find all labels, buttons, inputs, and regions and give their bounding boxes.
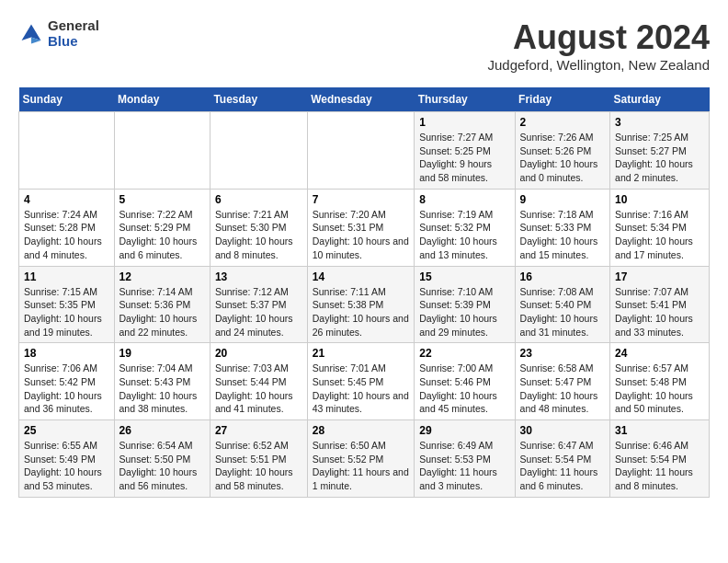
day-cell: 28Sunrise: 6:50 AMSunset: 5:52 PMDayligh… xyxy=(307,420,415,498)
day-cell xyxy=(19,112,115,190)
day-number: 10 xyxy=(615,193,704,206)
day-cell xyxy=(114,112,210,190)
header-day-thursday: Thursday xyxy=(415,87,515,112)
week-row-4: 18Sunrise: 7:06 AMSunset: 5:42 PMDayligh… xyxy=(19,343,710,420)
subtitle: Judgeford, Wellington, New Zealand xyxy=(487,57,710,73)
header-day-tuesday: Tuesday xyxy=(210,87,307,112)
day-cell: 7Sunrise: 7:20 AMSunset: 5:31 PMDaylight… xyxy=(307,189,415,266)
day-cell: 3Sunrise: 7:25 AMSunset: 5:27 PMDaylight… xyxy=(610,112,710,190)
header-day-friday: Friday xyxy=(515,87,610,112)
day-info: Sunrise: 7:20 AMSunset: 5:31 PMDaylight:… xyxy=(313,208,410,262)
day-info: Sunrise: 7:15 AMSunset: 5:35 PMDaylight:… xyxy=(24,285,109,339)
day-info: Sunrise: 7:11 AMSunset: 5:38 PMDaylight:… xyxy=(313,285,410,339)
day-info: Sunrise: 6:52 AMSunset: 5:51 PMDaylight:… xyxy=(215,439,302,493)
week-row-5: 25Sunrise: 6:55 AMSunset: 5:49 PMDayligh… xyxy=(19,420,710,498)
day-cell: 22Sunrise: 7:00 AMSunset: 5:46 PMDayligh… xyxy=(415,343,515,420)
main-title: August 2024 xyxy=(487,18,710,57)
day-info: Sunrise: 7:06 AMSunset: 5:42 PMDaylight:… xyxy=(24,362,109,416)
header-day-wednesday: Wednesday xyxy=(307,87,415,112)
day-info: Sunrise: 7:04 AMSunset: 5:43 PMDaylight:… xyxy=(119,362,205,416)
day-number: 23 xyxy=(520,347,606,360)
day-cell: 5Sunrise: 7:22 AMSunset: 5:29 PMDaylight… xyxy=(114,189,210,266)
day-number: 19 xyxy=(119,347,205,360)
day-number: 5 xyxy=(119,193,205,206)
day-cell: 25Sunrise: 6:55 AMSunset: 5:49 PMDayligh… xyxy=(19,420,115,498)
header-day-monday: Monday xyxy=(114,87,210,112)
day-info: Sunrise: 7:21 AMSunset: 5:30 PMDaylight:… xyxy=(215,208,302,262)
day-number: 8 xyxy=(419,193,509,206)
day-info: Sunrise: 7:19 AMSunset: 5:32 PMDaylight:… xyxy=(419,208,509,262)
day-info: Sunrise: 7:14 AMSunset: 5:36 PMDaylight:… xyxy=(119,285,205,339)
day-number: 21 xyxy=(313,347,410,360)
day-info: Sunrise: 7:03 AMSunset: 5:44 PMDaylight:… xyxy=(215,362,302,416)
day-cell: 1Sunrise: 7:27 AMSunset: 5:25 PMDaylight… xyxy=(415,112,515,190)
day-number: 16 xyxy=(520,270,606,283)
calendar-table: SundayMondayTuesdayWednesdayThursdayFrid… xyxy=(18,87,710,498)
day-number: 29 xyxy=(419,424,509,437)
day-number: 4 xyxy=(24,193,109,206)
day-number: 6 xyxy=(215,193,302,206)
day-cell: 2Sunrise: 7:26 AMSunset: 5:26 PMDaylight… xyxy=(515,112,610,190)
day-number: 30 xyxy=(520,424,606,437)
logo: General Blue xyxy=(18,18,99,49)
day-cell: 20Sunrise: 7:03 AMSunset: 5:44 PMDayligh… xyxy=(210,343,307,420)
day-info: Sunrise: 7:01 AMSunset: 5:45 PMDaylight:… xyxy=(313,362,410,416)
day-info: Sunrise: 6:57 AMSunset: 5:48 PMDaylight:… xyxy=(615,362,704,416)
day-info: Sunrise: 7:24 AMSunset: 5:28 PMDaylight:… xyxy=(24,208,109,262)
week-row-1: 1Sunrise: 7:27 AMSunset: 5:25 PMDaylight… xyxy=(19,112,710,190)
day-info: Sunrise: 7:07 AMSunset: 5:41 PMDaylight:… xyxy=(615,285,704,339)
day-info: Sunrise: 7:10 AMSunset: 5:39 PMDaylight:… xyxy=(419,285,509,339)
day-cell: 31Sunrise: 6:46 AMSunset: 5:54 PMDayligh… xyxy=(610,420,710,498)
day-number: 20 xyxy=(215,347,302,360)
day-info: Sunrise: 6:50 AMSunset: 5:52 PMDaylight:… xyxy=(313,439,410,493)
logo-icon xyxy=(18,21,44,47)
week-row-2: 4Sunrise: 7:24 AMSunset: 5:28 PMDaylight… xyxy=(19,189,710,266)
header-day-sunday: Sunday xyxy=(19,87,115,112)
day-cell: 6Sunrise: 7:21 AMSunset: 5:30 PMDaylight… xyxy=(210,189,307,266)
day-number: 2 xyxy=(520,116,606,129)
day-cell: 30Sunrise: 6:47 AMSunset: 5:54 PMDayligh… xyxy=(515,420,610,498)
day-info: Sunrise: 7:26 AMSunset: 5:26 PMDaylight:… xyxy=(520,131,606,185)
day-number: 15 xyxy=(419,270,509,283)
day-info: Sunrise: 7:00 AMSunset: 5:46 PMDaylight:… xyxy=(419,362,509,416)
day-info: Sunrise: 7:08 AMSunset: 5:40 PMDaylight:… xyxy=(520,285,606,339)
day-info: Sunrise: 7:18 AMSunset: 5:33 PMDaylight:… xyxy=(520,208,606,262)
day-cell: 14Sunrise: 7:11 AMSunset: 5:38 PMDayligh… xyxy=(307,266,415,343)
day-cell xyxy=(307,112,415,190)
day-number: 18 xyxy=(24,347,109,360)
day-number: 7 xyxy=(313,193,410,206)
day-cell: 8Sunrise: 7:19 AMSunset: 5:32 PMDaylight… xyxy=(415,189,515,266)
day-info: Sunrise: 7:27 AMSunset: 5:25 PMDaylight:… xyxy=(419,131,509,185)
day-cell: 18Sunrise: 7:06 AMSunset: 5:42 PMDayligh… xyxy=(19,343,115,420)
day-cell: 4Sunrise: 7:24 AMSunset: 5:28 PMDaylight… xyxy=(19,189,115,266)
day-cell: 24Sunrise: 6:57 AMSunset: 5:48 PMDayligh… xyxy=(610,343,710,420)
logo-general-text: General xyxy=(48,18,99,34)
header-row: SundayMondayTuesdayWednesdayThursdayFrid… xyxy=(19,87,710,112)
day-number: 24 xyxy=(615,347,704,360)
day-info: Sunrise: 6:55 AMSunset: 5:49 PMDaylight:… xyxy=(24,439,109,493)
day-cell: 10Sunrise: 7:16 AMSunset: 5:34 PMDayligh… xyxy=(610,189,710,266)
day-number: 11 xyxy=(24,270,109,283)
day-cell xyxy=(210,112,307,190)
day-number: 3 xyxy=(615,116,704,129)
day-cell: 29Sunrise: 6:49 AMSunset: 5:53 PMDayligh… xyxy=(415,420,515,498)
day-number: 1 xyxy=(419,116,509,129)
day-info: Sunrise: 6:54 AMSunset: 5:50 PMDaylight:… xyxy=(119,439,205,493)
day-number: 22 xyxy=(419,347,509,360)
day-number: 31 xyxy=(615,424,704,437)
day-cell: 23Sunrise: 6:58 AMSunset: 5:47 PMDayligh… xyxy=(515,343,610,420)
day-number: 14 xyxy=(313,270,410,283)
day-cell: 9Sunrise: 7:18 AMSunset: 5:33 PMDaylight… xyxy=(515,189,610,266)
day-cell: 11Sunrise: 7:15 AMSunset: 5:35 PMDayligh… xyxy=(19,266,115,343)
day-cell: 21Sunrise: 7:01 AMSunset: 5:45 PMDayligh… xyxy=(307,343,415,420)
day-number: 28 xyxy=(313,424,410,437)
day-info: Sunrise: 7:12 AMSunset: 5:37 PMDaylight:… xyxy=(215,285,302,339)
day-number: 27 xyxy=(215,424,302,437)
day-cell: 16Sunrise: 7:08 AMSunset: 5:40 PMDayligh… xyxy=(515,266,610,343)
day-info: Sunrise: 6:46 AMSunset: 5:54 PMDaylight:… xyxy=(615,439,704,493)
day-cell: 13Sunrise: 7:12 AMSunset: 5:37 PMDayligh… xyxy=(210,266,307,343)
day-cell: 27Sunrise: 6:52 AMSunset: 5:51 PMDayligh… xyxy=(210,420,307,498)
day-cell: 12Sunrise: 7:14 AMSunset: 5:36 PMDayligh… xyxy=(114,266,210,343)
day-cell: 26Sunrise: 6:54 AMSunset: 5:50 PMDayligh… xyxy=(114,420,210,498)
header-day-saturday: Saturday xyxy=(610,87,710,112)
